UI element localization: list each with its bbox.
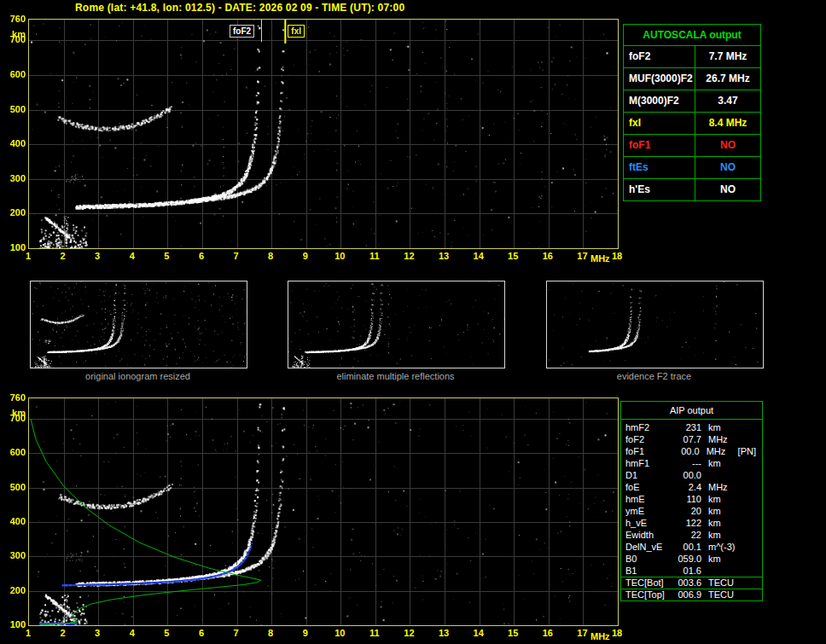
x-tick-label: 12 xyxy=(398,251,419,261)
aip-row-extra xyxy=(741,517,758,529)
y-tick-label: 400 xyxy=(2,516,26,526)
x-tick-label: 18 xyxy=(607,251,627,261)
panel-eliminate-reflections-canvas xyxy=(288,281,505,368)
x-tick-label: 17 xyxy=(572,628,592,638)
aip-row-value: 231 xyxy=(672,421,701,433)
x-tick-label: 10 xyxy=(329,628,350,638)
x-tick-label: 15 xyxy=(503,628,523,638)
aip-row-value: 110 xyxy=(672,493,701,505)
panel-caption-evidence: evidence F2 trace xyxy=(546,371,762,381)
aip-row-extra xyxy=(741,493,758,505)
aip-row-value: 00.1 xyxy=(672,541,701,553)
y-tick-label: 760 xyxy=(2,14,26,24)
x-tick-label: 6 xyxy=(191,251,212,261)
aip-row-unit: TECU xyxy=(701,589,741,600)
aip-row-unit: m^(-3) xyxy=(701,541,741,553)
aip-row-extra xyxy=(741,421,758,433)
x-tick-label: 18 xyxy=(607,628,627,638)
y-tick-label: 500 xyxy=(2,104,26,114)
aip-row: B0059.0km xyxy=(621,553,762,565)
aip-row-extra: [PN] xyxy=(738,445,758,457)
autoscala-row-label: MUF(3000)F2 xyxy=(624,68,695,90)
autoscala-row: foF1NO xyxy=(624,135,760,157)
aip-row-name: B0 xyxy=(625,553,672,565)
panel-caption-original: original ionogram resized xyxy=(30,371,246,381)
aip-row-value: 00.0 xyxy=(672,469,701,481)
aip-row-name: foF1 xyxy=(625,445,672,457)
panel-original-ionogram-canvas xyxy=(30,281,247,368)
x-tick-label: 10 xyxy=(329,251,350,261)
x-tick-label: 11 xyxy=(364,628,385,638)
aip-row-name: hmF1 xyxy=(625,457,672,469)
x-tick-label: 1 xyxy=(18,251,38,261)
aip-row-extra xyxy=(741,457,758,469)
ionogram-main-canvas xyxy=(28,19,619,249)
aip-row: foF207.7MHz xyxy=(621,433,762,445)
x-tick-label: 8 xyxy=(260,251,281,261)
x-tick-label: 2 xyxy=(53,251,73,261)
aip-row: h_vE122km xyxy=(621,517,762,529)
aip-row: foF100.0MHz[PN] xyxy=(621,445,762,457)
autoscala-row: fxI8.4 MHz xyxy=(624,113,760,135)
x-tick-label: 13 xyxy=(433,251,454,261)
aip-row: Ewidth22km xyxy=(621,529,762,541)
x-tick-label: 13 xyxy=(433,628,454,638)
y-tick-label: 600 xyxy=(2,69,26,79)
aip-row-extra xyxy=(741,553,758,565)
autoscala-row: M(3000)F23.47 xyxy=(624,90,760,113)
autoscala-ionogram-screen: Rome (lat: +41.8, lon: 012.5) - DATE: 20… xyxy=(0,0,826,644)
x-tick-label: 6 xyxy=(191,628,212,638)
autoscala-table-header: AUTOSCALA output xyxy=(624,25,760,46)
ionogram-profile-canvas xyxy=(28,397,619,626)
aip-row-name: Ewidth xyxy=(625,529,672,541)
y-tick-label: 700 xyxy=(2,413,26,423)
aip-row-unit: km xyxy=(701,421,741,433)
aip-row: D100.0 xyxy=(621,469,762,481)
x-tick-label: 8 xyxy=(260,628,281,638)
aip-row-unit: km xyxy=(701,553,741,565)
aip-row: DelN_vE00.1m^(-3) xyxy=(621,541,762,553)
y-tick-label: 200 xyxy=(2,585,26,595)
aip-row-extra xyxy=(741,433,758,445)
aip-row-name: h_vE xyxy=(625,517,672,529)
aip-row-unit xyxy=(701,469,741,481)
x-tick-label: 1 xyxy=(18,628,38,638)
y-tick-label: 700 xyxy=(2,34,26,44)
aip-row-name: foE xyxy=(625,481,672,493)
x-tick-label: 16 xyxy=(538,628,558,638)
aip-row-unit: km xyxy=(701,517,741,529)
y-tick-label: 600 xyxy=(2,447,26,457)
x-tick-label: 7 xyxy=(226,251,247,261)
y-tick-label: 300 xyxy=(2,550,26,560)
fxI-marker-label: fxI xyxy=(288,25,305,38)
x-tick-label: 14 xyxy=(468,628,489,638)
aip-row-unit: MHz xyxy=(701,433,741,445)
x-tick-label: 9 xyxy=(295,251,316,261)
autoscala-row-value: 3.47 xyxy=(695,90,760,112)
aip-row-extra xyxy=(741,529,758,541)
aip-row-name: hmE xyxy=(625,493,672,505)
x-tick-label: 14 xyxy=(468,251,489,261)
page-title: Rome (lat: +41.8, lon: 012.5) - DATE: 20… xyxy=(75,2,404,14)
autoscala-row-label: fxI xyxy=(624,113,695,134)
autoscala-row-value: 7.7 MHz xyxy=(695,46,760,67)
aip-row: hmF1---km xyxy=(621,457,762,469)
panel-evidence-f2-canvas xyxy=(546,281,764,368)
aip-row: TEC[Bot]003.6TECU xyxy=(621,577,762,589)
aip-row-value: 22 xyxy=(672,529,701,541)
foF2-marker-label: foF2 xyxy=(230,25,254,38)
aip-row-extra xyxy=(741,577,758,589)
aip-row-extra xyxy=(741,505,758,517)
aip-row: foE2.4MHz xyxy=(621,481,762,493)
x-tick-label: 3 xyxy=(87,628,108,638)
aip-row: ymE20km xyxy=(621,505,762,517)
aip-row-unit: km xyxy=(701,493,741,505)
aip-row-name: D1 xyxy=(625,469,672,481)
y-tick-label: 500 xyxy=(2,482,26,492)
aip-row-value: 122 xyxy=(672,517,701,529)
aip-row-unit: km xyxy=(701,529,741,541)
aip-row: TEC[Top]006.9TECU xyxy=(621,589,762,600)
aip-row-extra xyxy=(741,469,758,481)
autoscala-row-label: foF1 xyxy=(624,135,695,156)
aip-output-table: AIP output hmF2231kmfoF207.7MHzfoF100.0M… xyxy=(620,401,763,601)
